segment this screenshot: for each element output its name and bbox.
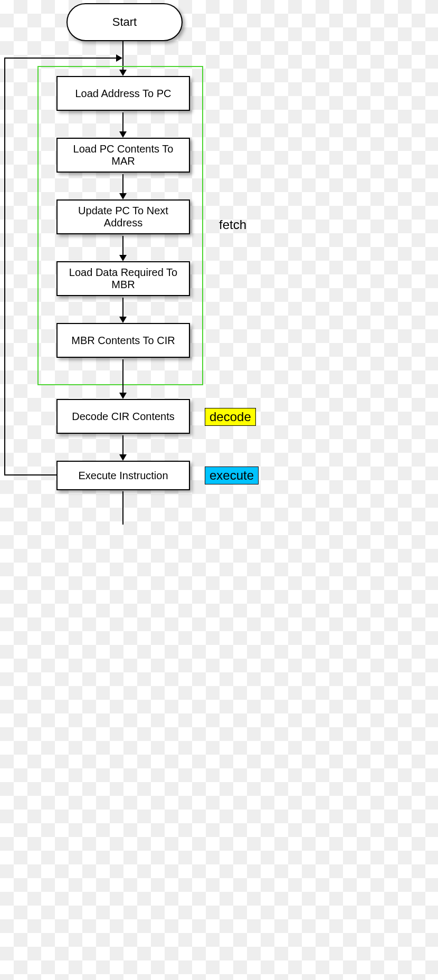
loopback-v	[4, 58, 5, 475]
step-update-pc: Update PC To Next Address	[56, 199, 190, 234]
arrow	[122, 112, 123, 137]
arrow	[122, 236, 123, 260]
loopback-arrowhead	[116, 54, 122, 62]
arrow	[122, 174, 123, 198]
execute-label: execute	[205, 467, 259, 484]
step-load-address-to-pc: Load Address To PC	[56, 76, 190, 111]
step-decode-cir: Decode CIR Contents	[56, 399, 190, 434]
loopback-h-bottom	[4, 474, 56, 475]
step-load-data-to-mbr: Load Data Required To MBR	[56, 261, 190, 296]
decode-label: decode	[205, 408, 256, 426]
fetch-label: fetch	[219, 217, 246, 232]
step-load-pc-to-mar: Load PC Contents To MAR	[56, 138, 190, 173]
loopback-h-top	[4, 58, 116, 59]
arrow	[122, 359, 123, 398]
arrow	[122, 298, 123, 322]
arrow	[122, 435, 123, 460]
step-execute-instruction: Execute Instruction	[56, 461, 190, 490]
line	[122, 491, 123, 525]
start-node: Start	[66, 3, 183, 41]
step-mbr-to-cir: MBR Contents To CIR	[56, 323, 190, 358]
